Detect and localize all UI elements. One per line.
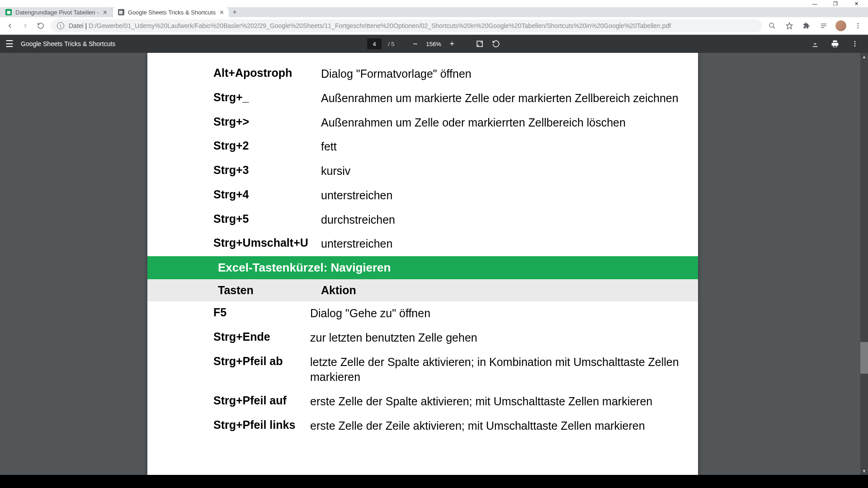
svg-point-11: [854, 43, 856, 45]
shortcut-action: kursiv: [321, 164, 364, 179]
scroll-up-arrow-icon[interactable]: ▲: [860, 53, 868, 61]
section-header-navigation: Excel-Tastenkürzel: Navigieren: [147, 256, 698, 279]
shortcut-row: Strg+Umschalt+U unterstreichen: [213, 232, 698, 256]
shortcut-key: Strg+_: [213, 91, 321, 104]
tab-close-icon[interactable]: ✕: [103, 9, 108, 16]
shortcut-row: Strg+Pfeil links erste Zelle der Zeile a…: [213, 414, 698, 438]
tab-title: Google Sheets Tricks & Shortcuts: [128, 9, 216, 16]
tab-title: Datengrundlage Pivot Tabellen -: [15, 9, 99, 16]
zoom-out-button[interactable]: −: [411, 39, 420, 48]
shortcut-key: Alt+Apostroph: [213, 66, 321, 80]
shortcut-row: Strg+> Außenrahmen um Zelle oder markier…: [213, 111, 698, 135]
svg-point-7: [858, 25, 859, 27]
bookmark-star-icon[interactable]: [784, 20, 795, 31]
shortcut-key: Strg+Pfeil ab: [213, 355, 310, 368]
download-icon[interactable]: [810, 40, 820, 48]
svg-point-6: [858, 23, 859, 24]
browser-tab-0[interactable]: ▦ Datengrundlage Pivot Tabellen - ✕: [0, 7, 113, 17]
shortcut-key: F5: [213, 306, 310, 319]
browser-menu-icon[interactable]: [853, 20, 863, 31]
shortcut-key: Strg+>: [213, 115, 321, 128]
svg-point-12: [854, 45, 856, 47]
reading-list-icon[interactable]: [818, 20, 829, 31]
forward-button[interactable]: [20, 20, 31, 31]
shortcut-action: Außenrahmen um Zelle oder markierrten Ze…: [321, 115, 639, 131]
rotate-icon[interactable]: [491, 40, 501, 48]
shortcut-key: Strg+5: [213, 212, 321, 225]
page-total-label: / 5: [388, 41, 394, 47]
hamburger-menu-icon[interactable]: ☰: [5, 38, 14, 49]
tab-close-icon[interactable]: ✕: [219, 9, 224, 16]
site-info-icon[interactable]: i: [57, 22, 64, 29]
url-scheme: Datei | D:/Gewerbe/01_Udemy%20Laufwerk/F…: [69, 22, 671, 29]
shortcut-action: durchstreichen: [321, 212, 409, 228]
pdf-viewer-area[interactable]: Alt+Apostroph Dialog "Formatvorlage" öff…: [0, 53, 868, 475]
window-titlebar: — ❐ ✕: [0, 0, 868, 7]
shortcut-row: Strg+Pfeil auf erste Zelle der Spalte ak…: [213, 389, 698, 414]
page-number-input[interactable]: [367, 38, 382, 49]
shortcut-action: Dialog "Gehe zu" öffnen: [310, 306, 444, 321]
sheets-icon: ▦: [5, 9, 12, 15]
shortcut-row: Alt+Apostroph Dialog "Formatvorlage" öff…: [213, 62, 698, 86]
shortcut-row: Strg+2 fett: [213, 135, 698, 159]
browser-tabstrip: ▦ Datengrundlage Pivot Tabellen - ✕ ▤ Go…: [0, 7, 868, 17]
pdf-toolbar: ☰ Google Sheets Tricks & Shortcuts / 5 −…: [0, 35, 868, 53]
bottom-black-strip: [0, 475, 868, 488]
scroll-down-arrow-icon[interactable]: ▼: [860, 467, 868, 475]
shortcut-key: Strg+Pfeil auf: [213, 394, 310, 407]
shortcut-row: Strg+3 kursiv: [213, 159, 698, 183]
table-header-row: Tasten Aktion: [147, 279, 698, 301]
pdf-icon: ▤: [118, 9, 124, 15]
svg-point-0: [769, 23, 774, 27]
shortcut-key: Strg+Umschalt+U: [213, 236, 321, 249]
svg-point-10: [854, 41, 856, 42]
pdf-page: Alt+Apostroph Dialog "Formatvorlage" öff…: [147, 53, 698, 475]
shortcut-row: Strg+Pfeil ab letzte Zelle der Spalte ak…: [213, 350, 698, 390]
url-path: D:/Gewerbe/01_Udemy%20Laufwerk/Fabio%20B…: [89, 22, 671, 29]
reload-button[interactable]: [35, 20, 46, 31]
shortcut-action: erste Zelle der Spalte aktivieren; mit U…: [310, 394, 666, 409]
new-tab-button[interactable]: +: [229, 7, 241, 17]
svg-marker-2: [786, 23, 792, 28]
vertical-scrollbar[interactable]: ▲ ▼: [860, 53, 868, 475]
address-bar[interactable]: i Datei | D:/Gewerbe/01_Udemy%20Laufwerk…: [51, 19, 762, 32]
shortcut-action: unterstreichen: [321, 188, 406, 203]
browser-tab-1[interactable]: ▤ Google Sheets Tricks & Shortcuts ✕: [113, 7, 229, 17]
shortcut-row: Strg+4 unterstreichen: [213, 183, 698, 208]
back-button[interactable]: [5, 20, 15, 31]
shortcut-action: Außenrahmen um markierte Zelle oder mark…: [321, 91, 692, 106]
shortcut-row: Strg+Ende zur letzten benutzten Zelle ge…: [213, 326, 698, 350]
shortcut-row: F5 Dialog "Gehe zu" öffnen: [213, 301, 698, 326]
svg-line-1: [773, 27, 775, 28]
shortcut-row: Strg+_ Außenrahmen um markierte Zelle od…: [213, 86, 698, 111]
scrollbar-thumb[interactable]: [860, 342, 868, 374]
fit-to-page-icon[interactable]: [475, 40, 485, 48]
shortcut-action: Dialog "Formatvorlage" öffnen: [321, 66, 485, 82]
shortcut-row: Strg+5 durchstreichen: [213, 208, 698, 232]
shortcut-action: letzte Zelle der Spalte aktivieren; in K…: [310, 355, 698, 385]
zoom-in-button[interactable]: +: [448, 39, 457, 48]
extensions-icon[interactable]: [801, 20, 812, 31]
window-maximize-button[interactable]: ❐: [832, 0, 839, 7]
shortcut-action: unterstreichen: [321, 236, 406, 252]
window-minimize-button[interactable]: —: [811, 0, 818, 7]
zoom-indicator-icon[interactable]: [767, 20, 778, 31]
shortcut-action: fett: [321, 139, 350, 155]
print-icon[interactable]: [830, 40, 840, 48]
zoom-level-label: 156%: [426, 41, 441, 47]
more-options-icon[interactable]: [850, 40, 860, 47]
browser-toolbar: i Datei | D:/Gewerbe/01_Udemy%20Laufwerk…: [0, 17, 868, 35]
pdf-document-title: Google Sheets Tricks & Shortcuts: [21, 40, 115, 47]
shortcut-key: Strg+Pfeil links: [213, 418, 310, 432]
column-header-action: Aktion: [321, 284, 356, 297]
profile-avatar[interactable]: [835, 20, 846, 31]
column-header-keys: Tasten: [218, 284, 321, 297]
shortcut-key: Strg+3: [213, 164, 321, 177]
shortcut-key: Strg+Ende: [213, 330, 310, 343]
svg-point-8: [858, 27, 859, 28]
shortcut-action: zur letzten benutzten Zelle gehen: [310, 330, 491, 346]
shortcut-key: Strg+2: [213, 139, 321, 152]
shortcut-action: erste Zelle der Zeile aktivieren; mit Um…: [310, 418, 659, 434]
window-close-button[interactable]: ✕: [853, 0, 860, 7]
shortcut-key: Strg+4: [213, 188, 321, 201]
